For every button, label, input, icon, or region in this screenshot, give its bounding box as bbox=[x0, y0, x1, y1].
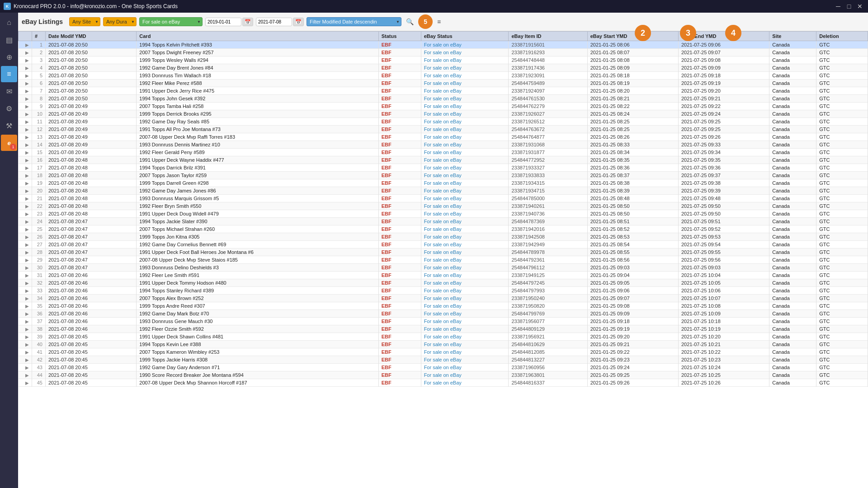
row-expand[interactable]: ▶ bbox=[19, 241, 32, 249]
row-expand[interactable]: ▶ bbox=[19, 310, 32, 318]
row-expand[interactable]: ▶ bbox=[19, 149, 32, 156]
table-row[interactable]: ▶ 7 2021-07-08 20:50 1991 Upper Deck Jer… bbox=[19, 87, 868, 95]
row-expand[interactable]: ▶ bbox=[19, 356, 32, 364]
table-row[interactable]: ▶ 20 2021-07-08 20:48 1992 Game Day Jame… bbox=[19, 187, 868, 195]
table-row[interactable]: ▶ 6 2021-07-08 20:50 1992 Fleer Mike Per… bbox=[19, 80, 868, 87]
sidebar-item-settings[interactable]: ⚙ bbox=[1, 100, 17, 117]
table-row[interactable]: ▶ 44 2021-07-08 20:45 1990 Score Record … bbox=[19, 371, 868, 379]
window-controls[interactable]: ─ □ ✕ bbox=[834, 2, 864, 11]
row-expand[interactable]: ▶ bbox=[19, 72, 32, 80]
table-row[interactable]: ▶ 28 2021-07-08 20:47 1991 Upper Deck Fo… bbox=[19, 249, 868, 256]
table-row[interactable]: ▶ 45 2021-07-08 20:45 2007-08 Upper Deck… bbox=[19, 379, 868, 387]
row-expand[interactable]: ▶ bbox=[19, 379, 32, 387]
search-button[interactable]: 🔍 bbox=[404, 17, 415, 26]
table-row[interactable]: ▶ 42 2021-07-08 20:45 1999 Topps Jackie … bbox=[19, 356, 868, 364]
row-expand[interactable]: ▶ bbox=[19, 156, 32, 164]
row-expand[interactable]: ▶ bbox=[19, 179, 32, 187]
row-expand[interactable]: ▶ bbox=[19, 295, 32, 302]
row-expand[interactable]: ▶ bbox=[19, 202, 32, 210]
table-row[interactable]: ▶ 36 2021-07-08 20:46 1992 Game Day Mark… bbox=[19, 310, 868, 318]
col-ebay-status[interactable]: eBay Status bbox=[421, 32, 509, 41]
row-expand[interactable]: ▶ bbox=[19, 272, 32, 279]
table-row[interactable]: ▶ 19 2021-07-08 20:48 1999 Topps Darrell… bbox=[19, 179, 868, 187]
row-expand[interactable]: ▶ bbox=[19, 95, 32, 103]
table-row[interactable]: ▶ 23 2021-07-08 20:48 1991 Upper Deck Do… bbox=[19, 210, 868, 218]
table-row[interactable]: ▶ 29 2021-07-08 20:47 2007-08 Upper Deck… bbox=[19, 256, 868, 264]
row-expand[interactable]: ▶ bbox=[19, 210, 32, 218]
table-row[interactable]: ▶ 17 2021-07-08 20:48 1994 Topps Darrick… bbox=[19, 164, 868, 172]
row-expand[interactable]: ▶ bbox=[19, 118, 32, 126]
sidebar-item-messages[interactable]: ✉ bbox=[1, 83, 17, 99]
col-start-ymd[interactable]: eBay Start YMD bbox=[587, 32, 678, 41]
sidebar-item-cards[interactable]: ▤ bbox=[1, 32, 17, 48]
col-item-id[interactable]: eBay Item ID bbox=[509, 32, 587, 41]
col-site[interactable]: Site bbox=[769, 32, 816, 41]
table-container[interactable]: # Date Modif YMD Card Status eBay Status… bbox=[18, 31, 868, 488]
table-row[interactable]: ▶ 30 2021-07-08 20:47 1993 Donnruss Deli… bbox=[19, 264, 868, 272]
table-row[interactable]: ▶ 43 2021-07-08 20:45 1992 Game Day Gary… bbox=[19, 364, 868, 371]
sidebar-item-search[interactable]: ⊕ bbox=[1, 49, 17, 65]
row-expand[interactable]: ▶ bbox=[19, 133, 32, 141]
status-select-wrapper[interactable]: For sale on eBay Ended Sold All bbox=[139, 17, 203, 26]
table-row[interactable]: ▶ 24 2021-07-08 20:47 1994 Topps Jackie … bbox=[19, 218, 868, 225]
date-from-input[interactable] bbox=[205, 18, 241, 26]
more-options-button[interactable]: ≡ bbox=[435, 17, 443, 26]
row-expand[interactable]: ▶ bbox=[19, 56, 32, 64]
row-expand[interactable]: ▶ bbox=[19, 164, 32, 172]
date-from-calendar-button[interactable]: 📅 bbox=[242, 18, 253, 26]
table-row[interactable]: ▶ 37 2021-07-08 20:46 1993 Donnruss Gene… bbox=[19, 318, 868, 325]
table-row[interactable]: ▶ 18 2021-07-08 20:48 2007 Topps Jason T… bbox=[19, 172, 868, 179]
table-row[interactable]: ▶ 33 2021-07-08 20:46 1994 Topps Stanley… bbox=[19, 287, 868, 295]
row-expand[interactable]: ▶ bbox=[19, 348, 32, 356]
row-expand[interactable]: ▶ bbox=[19, 87, 32, 95]
table-row[interactable]: ▶ 16 2021-07-08 20:48 1991 Upper Deck Wa… bbox=[19, 156, 868, 164]
minimize-button[interactable]: ─ bbox=[834, 2, 843, 11]
sidebar-item-ebay[interactable]: e 1 bbox=[1, 135, 17, 151]
row-expand[interactable]: ▶ bbox=[19, 187, 32, 195]
row-expand[interactable]: ▶ bbox=[19, 256, 32, 264]
table-row[interactable]: ▶ 27 2021-07-08 20:47 1992 Game Day Corn… bbox=[19, 241, 868, 249]
table-row[interactable]: ▶ 3 2021-07-08 20:50 1999 Topps Wesley W… bbox=[19, 56, 868, 64]
row-expand[interactable]: ▶ bbox=[19, 364, 32, 371]
status-select[interactable]: For sale on eBay Ended Sold All bbox=[139, 17, 203, 26]
col-expand[interactable] bbox=[19, 32, 32, 41]
table-row[interactable]: ▶ 34 2021-07-08 20:46 2007 Topps Alex Br… bbox=[19, 295, 868, 302]
row-expand[interactable]: ▶ bbox=[19, 333, 32, 341]
sidebar-item-filter[interactable]: ≡ bbox=[1, 66, 17, 82]
table-row[interactable]: ▶ 39 2021-07-08 20:45 1991 Upper Deck Sh… bbox=[19, 333, 868, 341]
table-row[interactable]: ▶ 4 2021-07-08 20:50 1992 Game Day Brent… bbox=[19, 64, 868, 72]
table-row[interactable]: ▶ 22 2021-07-08 20:48 1992 Fleer Bryn Sm… bbox=[19, 202, 868, 210]
row-expand[interactable]: ▶ bbox=[19, 172, 32, 179]
col-deletion[interactable]: Deletion bbox=[816, 32, 868, 41]
table-row[interactable]: ▶ 38 2021-07-08 20:46 1992 Fleer Ozzie S… bbox=[19, 325, 868, 333]
col-date-modif[interactable]: Date Modif YMD bbox=[46, 32, 137, 41]
sidebar-item-home[interactable]: ⌂ bbox=[1, 14, 17, 31]
date-to-calendar-button[interactable]: 📅 bbox=[293, 18, 304, 26]
row-expand[interactable]: ▶ bbox=[19, 325, 32, 333]
row-expand[interactable]: ▶ bbox=[19, 64, 32, 72]
row-expand[interactable]: ▶ bbox=[19, 264, 32, 272]
row-expand[interactable]: ▶ bbox=[19, 225, 32, 233]
table-row[interactable]: ▶ 26 2021-07-08 20:47 1999 Topps Jon Kit… bbox=[19, 233, 868, 241]
table-row[interactable]: ▶ 40 2021-07-08 20:45 1994 Topps Kevin L… bbox=[19, 341, 868, 348]
row-expand[interactable]: ▶ bbox=[19, 195, 32, 202]
row-expand[interactable]: ▶ bbox=[19, 103, 32, 110]
row-expand[interactable]: ▶ bbox=[19, 110, 32, 118]
table-row[interactable]: ▶ 10 2021-07-08 20:49 1999 Topps Derrick… bbox=[19, 110, 868, 118]
row-expand[interactable]: ▶ bbox=[19, 287, 32, 295]
col-card[interactable]: Card bbox=[137, 32, 378, 41]
table-row[interactable]: ▶ 31 2021-07-08 20:46 1992 Fleer Lee Smi… bbox=[19, 272, 868, 279]
table-row[interactable]: ▶ 12 2021-07-08 20:49 1991 Topps All Pro… bbox=[19, 126, 868, 133]
col-num[interactable]: # bbox=[32, 32, 46, 41]
table-row[interactable]: ▶ 14 2021-07-08 20:49 1993 Donnruss Denn… bbox=[19, 141, 868, 149]
table-row[interactable]: ▶ 15 2021-07-08 20:49 1992 Fleer Gerald … bbox=[19, 149, 868, 156]
row-expand[interactable]: ▶ bbox=[19, 80, 32, 87]
site-select[interactable]: Any Site Canada US UK bbox=[69, 17, 100, 26]
sort-select-wrapper[interactable]: Filter Modified Date descendin Filter Mo… bbox=[307, 17, 401, 26]
row-expand[interactable]: ▶ bbox=[19, 126, 32, 133]
duration-select-wrapper[interactable]: Any Dura GTC 7 days 30 days bbox=[103, 17, 137, 26]
row-expand[interactable]: ▶ bbox=[19, 141, 32, 149]
table-row[interactable]: ▶ 13 2021-07-08 20:49 2007-08 Upper Deck… bbox=[19, 133, 868, 141]
table-row[interactable]: ▶ 25 2021-07-08 20:47 2007 Topps Michael… bbox=[19, 225, 868, 233]
table-row[interactable]: ▶ 5 2021-07-08 20:50 1993 Donnruss Tim W… bbox=[19, 72, 868, 80]
